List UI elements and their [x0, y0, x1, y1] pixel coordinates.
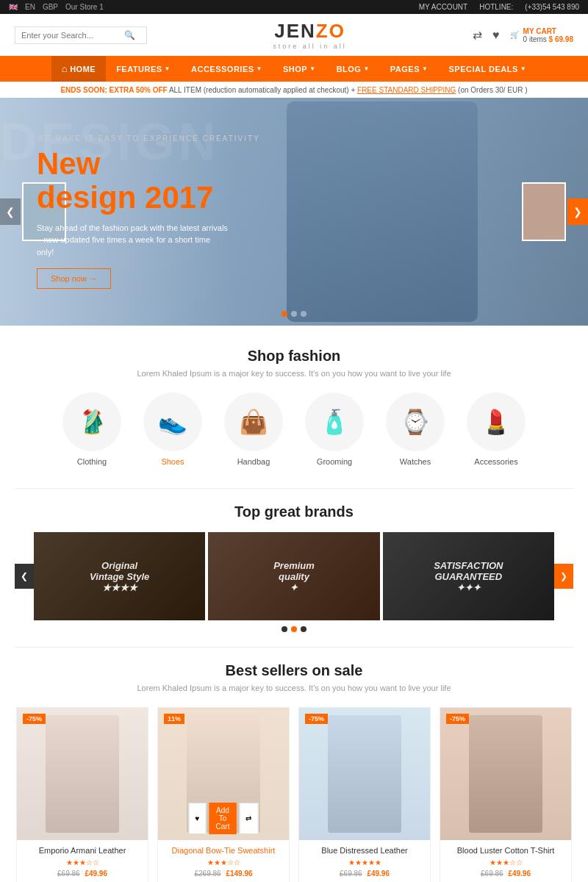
category-accessories[interactable]: 💄 Accessories — [467, 392, 526, 466]
hero-next-button[interactable]: ❯ — [567, 198, 588, 225]
category-grooming-icon: 🧴 — [305, 392, 364, 451]
wishlist-icon[interactable]: ♥ — [492, 29, 500, 42]
product-wishlist-4[interactable]: ♥ — [471, 803, 489, 834]
hero-description: Stay ahead of the fashion pack with the … — [37, 222, 228, 259]
account-link[interactable]: MY ACCOUNT — [419, 3, 468, 11]
brands-prev-button[interactable]: ❮ — [15, 564, 34, 589]
nav-accessories[interactable]: ACCESSORIES ▼ — [181, 57, 273, 81]
hotline-label: HOTLINE: — [479, 3, 513, 11]
product-name-2: Diagonal Bow-Tie Sweatshirt — [164, 846, 283, 855]
nav-features[interactable]: FEATURES ▼ — [106, 57, 181, 81]
category-grooming[interactable]: 🧴 Grooming — [305, 392, 364, 466]
brand-dot-3[interactable] — [301, 626, 306, 632]
top-bar-right: MY ACCOUNT HOTLINE: (+33)54 543 890 — [419, 3, 579, 11]
category-watches[interactable]: ⌚ Watches — [386, 392, 445, 466]
currency-selector[interactable]: GBP — [43, 3, 58, 11]
nav-special-deals[interactable]: SPECIAL DEALS ▼ — [438, 57, 537, 81]
product-add-cart-3[interactable]: Add To Cart — [351, 803, 378, 834]
search-icon[interactable]: 🔍 — [124, 30, 135, 40]
shuffle-icon[interactable]: ⇄ — [473, 28, 482, 42]
product-wishlist-1[interactable]: ♥ — [48, 803, 65, 834]
brand-card-3[interactable]: SATISFACTIONGUARANTEED✦✦✦ — [383, 532, 554, 620]
product-card-3[interactable]: -75% ♥ Add To Cart ⇄ Blue Distressed Lea… — [298, 707, 431, 882]
chevron-down-icon: ▼ — [520, 65, 526, 72]
product-add-cart-2[interactable]: Add To Cart — [209, 803, 237, 834]
hero-person-image — [265, 98, 500, 326]
category-shoes[interactable]: 👟 Shoes — [143, 392, 202, 466]
product-wishlist-2[interactable]: ♥ — [189, 803, 207, 834]
category-watches-label: Watches — [400, 457, 431, 466]
product-old-price-3: £69.86 — [340, 870, 362, 878]
category-handbag-label: Handbag — [237, 457, 270, 466]
brand-dot-1[interactable] — [282, 626, 287, 632]
hero-shop-now-button[interactable]: Shop now → — [37, 268, 111, 289]
logo-sub: store all in all — [273, 43, 347, 50]
promo-shipping-link[interactable]: FREE STANDARD SHIPPING — [357, 86, 456, 94]
best-sellers-subtitle: Lorem Khaled Ipsum is a major key to suc… — [15, 684, 573, 692]
cart-button[interactable]: 🛒 MY CART 0 items $ 69.98 — [510, 27, 573, 43]
product-card-4[interactable]: -75% ♥ Add To Cart ⇄ Blood Luster Cotton… — [440, 707, 572, 882]
brand-dot-2[interactable] — [291, 626, 297, 632]
product-compare-1[interactable]: ⇄ — [98, 803, 117, 834]
category-clothing[interactable]: 🥻 Clothing — [62, 392, 121, 466]
product-name-4: Blood Luster Cotton T-Shirt — [446, 846, 565, 855]
category-shoes-label: Shoes — [161, 457, 184, 466]
product-badge-3: -75% — [305, 714, 328, 724]
category-grooming-label: Grooming — [317, 457, 352, 466]
nav-blog[interactable]: BLOG ▼ — [326, 57, 380, 81]
hero-next-thumb — [522, 182, 566, 241]
brand-card-1[interactable]: OriginalVintage Style★★★★ — [34, 532, 205, 620]
category-clothing-label: Clothing — [77, 457, 107, 466]
nav-shop[interactable]: SHOP ▼ — [273, 57, 326, 81]
brand-card-2[interactable]: Premiumquality✦ — [208, 532, 379, 620]
cart-icon: 🛒 — [510, 31, 519, 39]
cart-price: $ 69.98 — [549, 35, 573, 43]
product-compare-3[interactable]: ⇄ — [380, 803, 399, 834]
product-add-cart-4[interactable]: Add To Cart — [492, 803, 519, 834]
hero-dot-3[interactable] — [301, 311, 306, 317]
brand-text-2: Premiumquality✦ — [273, 560, 315, 593]
hero-title-new: New — [37, 147, 260, 181]
language-selector[interactable]: EN — [25, 3, 35, 11]
product-actions-2: ♥ Add To Cart ⇄ — [189, 803, 259, 834]
search-box[interactable]: 🔍 — [15, 26, 147, 44]
brand-dots — [15, 626, 573, 632]
flag-icon: 🇬🇧 — [9, 3, 18, 11]
category-handbag-icon: 👜 — [224, 392, 283, 451]
chevron-down-icon: ▼ — [165, 65, 171, 72]
hero-dot-1[interactable] — [282, 311, 287, 317]
nav-home[interactable]: ⌂ HOME — [51, 56, 106, 82]
product-stars-4: ★★★☆☆ — [446, 858, 565, 867]
hero-section: DESIGN WE MAKE IT EASY TO EXPRIENCE CREA… — [0, 98, 588, 326]
product-add-cart-1[interactable]: Add To Cart — [68, 803, 96, 834]
hero-prev-button[interactable]: ❮ — [0, 198, 21, 225]
category-handbag[interactable]: 👜 Handbag — [224, 392, 283, 466]
product-wishlist-3[interactable]: ♥ — [330, 803, 348, 834]
nav-home-label: HOME — [70, 65, 96, 74]
product-compare-4[interactable]: ⇄ — [521, 803, 540, 834]
brands-next-button[interactable]: ❯ — [554, 564, 573, 589]
store-selector[interactable]: Our Store 1 — [65, 3, 104, 11]
best-sellers-section: Best sellers on sale Lorem Khaled Ipsum … — [0, 648, 588, 882]
brands-track: OriginalVintage Style★★★★ Premiumquality… — [34, 532, 554, 620]
header: 🔍 JENZO store all in all ⇄ ♥ 🛒 MY CART 0… — [0, 14, 588, 56]
logo-text: JENZO — [273, 20, 347, 43]
product-badge-1: -75% — [23, 714, 46, 724]
product-image-2: 11% ♥ Add To Cart ⇄ — [158, 708, 289, 840]
product-card-1[interactable]: -75% ♥ Add To Cart ⇄ Emporio Armani Leat… — [16, 707, 148, 882]
product-stars-2: ★★★☆☆ — [164, 858, 283, 867]
hero-content: WE MAKE IT EASY TO EXPRIENCE CREATIVITY … — [0, 135, 297, 290]
nav-pages[interactable]: PAGES ▼ — [380, 57, 439, 81]
cart-items: 0 items — [523, 35, 547, 43]
shop-fashion-subtitle: Lorem Khaled Ipsum is a major key to suc… — [15, 369, 573, 378]
product-price-4: £69.86 £49.96 — [446, 870, 565, 878]
hero-dot-2[interactable] — [291, 311, 297, 317]
main-nav: ⌂ HOME FEATURES ▼ ACCESSORIES ▼ SHOP ▼ B… — [0, 56, 588, 82]
product-price-2: £269.86 £149.96 — [164, 870, 283, 878]
hero-subtitle: WE MAKE IT EASY TO EXPRIENCE CREATIVITY — [37, 135, 260, 143]
logo[interactable]: JENZO store all in all — [273, 20, 347, 50]
product-card-2[interactable]: 11% ♥ Add To Cart ⇄ Diagonal Bow-Tie Swe… — [157, 707, 290, 882]
search-input[interactable] — [21, 31, 124, 40]
product-info-3: Blue Distressed Leather ★★★★★ £69.86 £49… — [299, 840, 430, 882]
product-compare-2[interactable]: ⇄ — [239, 803, 258, 834]
